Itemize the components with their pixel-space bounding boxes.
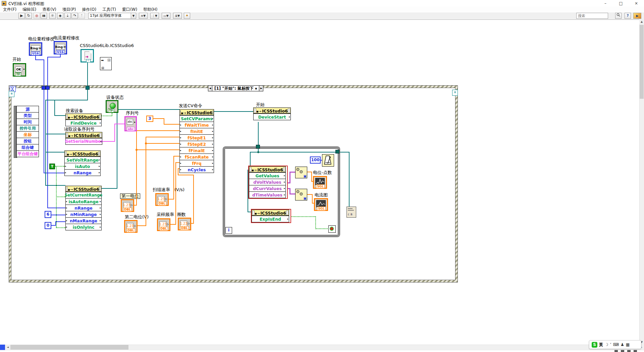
invoke-param-row[interactable]: isAutoRange — [66, 198, 101, 205]
distribute-objects-dropdown[interactable]: ⋮▼ — [150, 13, 159, 19]
wire-dbl[interactable] — [164, 118, 164, 124]
ok-button-terminal[interactable]: OK ▸ TF — [13, 63, 26, 77]
abort-button-icon[interactable]: ● — [34, 13, 40, 19]
invoke-param-row[interactable]: dTimeValues — [249, 191, 285, 198]
wire-dbl[interactable] — [164, 124, 179, 125]
invoke-method-row[interactable]: GetSerialNumber — [66, 138, 102, 144]
wire-dbl[interactable] — [153, 118, 164, 119]
wire-class-ref[interactable] — [45, 134, 65, 134]
invoke-param-row[interactable]: nMinRange — [66, 211, 101, 217]
event-data-item[interactable]: 按钮 — [16, 138, 39, 144]
tunnel[interactable] — [86, 86, 90, 90]
wait-ms-metronome-icon[interactable] — [322, 154, 334, 167]
menu-tools[interactable]: 工具(T) — [99, 7, 119, 12]
invoke-method-row[interactable]: FindDevice — [66, 120, 101, 126]
wire-serial-string[interactable] — [114, 124, 115, 142]
invoke-node-set-cv-params[interactable]: ▪→ICSStudio6 SetCVParams fWaitTime fInit… — [179, 109, 214, 173]
wire-class-ref[interactable] — [349, 152, 350, 207]
invoke-node-set-current-range[interactable]: ▪→ICSStudio6 SetCurrentRange isAutoRange… — [65, 186, 102, 230]
wire-bool[interactable] — [56, 227, 65, 228]
ime-fullhalf-icon[interactable]: ☽ — [605, 342, 608, 347]
dbl-control-first-pot[interactable]: 1.23 ▷ DBL — [121, 199, 134, 212]
event-data-item[interactable]: 平台组合键 — [16, 151, 39, 157]
search-input[interactable] — [576, 13, 608, 19]
run-continuous-icon[interactable]: ↻ — [25, 13, 32, 19]
wire-ring1[interactable] — [44, 173, 64, 173]
wire-class-ref[interactable] — [102, 188, 117, 189]
tunnel[interactable] — [46, 86, 50, 90]
wire-dbl[interactable] — [136, 130, 137, 206]
device-status-led[interactable]: TF — [106, 100, 118, 113]
invoke-param-row[interactable]: dCurrValues — [249, 185, 285, 191]
scroll-left-icon[interactable]: ◄ — [5, 345, 10, 350]
cleanup-diagram-icon[interactable]: ✦ — [184, 13, 190, 19]
event-data-item[interactable]: 时间 — [16, 119, 39, 125]
constant-0[interactable]: 0 — [45, 222, 51, 229]
curr-graph-terminal[interactable]: SGL — [314, 198, 328, 211]
wire-class-ref[interactable] — [117, 109, 117, 189]
invoke-method-row[interactable]: SetVoltRange — [65, 157, 100, 163]
invoke-node-get-values-frame[interactable]: ▪→ICSStudio6 GetValues dVoltValues dCurr… — [248, 166, 288, 199]
loop-tunnel[interactable] — [256, 145, 260, 148]
wire-dbl[interactable] — [173, 156, 174, 200]
wire-class-ref[interactable] — [258, 122, 259, 147]
dbl-control-scan-rate[interactable]: 1.23 ▷ DBL — [155, 193, 169, 206]
event-dropdown-icon[interactable]: ▼ — [255, 87, 257, 90]
wire-class-ref[interactable] — [45, 152, 64, 152]
invoke-param-row[interactable]: fWaitTime — [180, 122, 214, 128]
invoke-method-row[interactable]: SetCurrentRange — [66, 192, 101, 198]
wire-dbl[interactable] — [146, 137, 179, 137]
wire-ring2[interactable] — [47, 57, 61, 57]
wire-class-ref[interactable] — [45, 100, 46, 186]
font-selector[interactable]: 17pt 应用程序字体 — [88, 13, 131, 19]
menu-file[interactable]: 文件(F) — [0, 7, 19, 12]
wire-class-ref[interactable] — [54, 115, 65, 116]
menu-view[interactable]: 查看(V) — [39, 7, 59, 12]
misc-function-node[interactable]: c 🗎 — [346, 207, 356, 218]
wire-serial-string[interactable] — [102, 141, 115, 142]
minimize-button[interactable]: – — [598, 0, 613, 7]
menu-project[interactable]: 项目(P) — [59, 7, 79, 12]
vertical-scrollbar-thumb[interactable] — [640, 25, 644, 99]
invoke-method-row[interactable]: ExpIsEnd — [252, 216, 289, 222]
invoke-node-set-volt-range[interactable]: ▪→ICSStudio6 SetVoltRange isAuto nRange — [64, 150, 101, 176]
invoke-node-exp-is-end[interactable]: ▪→ICSStudio6 ExpIsEnd — [252, 210, 289, 222]
run-button-icon[interactable]: ▶ — [18, 13, 25, 19]
invoke-param-row[interactable]: isAuto — [65, 163, 100, 169]
ime-punctuation-icon[interactable]: ’ — [610, 342, 611, 347]
volt-graph-terminal[interactable]: SGL — [313, 176, 327, 189]
font-selector-dropdown-icon[interactable]: ▼ — [131, 13, 136, 19]
wire-class-ref[interactable] — [54, 100, 55, 116]
wire-bool[interactable] — [102, 116, 112, 116]
wire-dbl[interactable] — [173, 156, 179, 157]
wire-dbl[interactable] — [178, 175, 194, 175]
invoke-param-row[interactable]: nCycles — [180, 166, 214, 173]
ring-control-pot-range[interactable]: Ring▼ U16 — [29, 42, 42, 56]
loop-tunnel[interactable] — [335, 150, 339, 153]
wire-class-ref[interactable] — [45, 100, 88, 100]
wire-class-ref[interactable] — [45, 185, 65, 186]
invoke-method-row[interactable]: GetValues — [249, 172, 285, 179]
dbl-control-second-pot[interactable]: 1.23 ▷ DBL — [124, 220, 138, 233]
dbl-control-sample-freq[interactable]: 1.23 ▷ DBL — [157, 218, 170, 231]
maximize-button[interactable]: □ — [613, 0, 629, 7]
wire-dbl[interactable] — [146, 143, 179, 144]
invoke-param-row[interactable]: fFrq — [180, 160, 214, 166]
wire-dbl[interactable] — [136, 149, 179, 150]
scroll-up-icon[interactable]: ▲ — [639, 19, 644, 24]
variant-to-data-icon[interactable]: ⚙ ⚙ ▣ — [295, 189, 307, 201]
wire-serial-string[interactable] — [114, 124, 124, 124]
tray-icon[interactable] — [627, 350, 631, 352]
search-icon[interactable] — [615, 13, 622, 19]
constant-100[interactable]: 100 — [310, 157, 321, 164]
invoke-param-row[interactable]: nRange — [66, 205, 101, 211]
vi-icon-thumbnail[interactable]: ▶ — [633, 13, 641, 19]
step-into-icon[interactable]: ⇣ — [64, 13, 71, 19]
menu-help[interactable]: 帮助(H) — [140, 7, 160, 12]
constant-6[interactable]: 6 — [45, 211, 51, 218]
ring-control-cur-range[interactable]: Ring▼ U16 — [54, 41, 67, 54]
wire-class-ref[interactable] — [339, 152, 350, 152]
tray-icon[interactable] — [614, 350, 618, 352]
wire-dbl[interactable] — [175, 162, 176, 225]
invoke-method-row[interactable]: DeviceStart — [254, 114, 290, 120]
